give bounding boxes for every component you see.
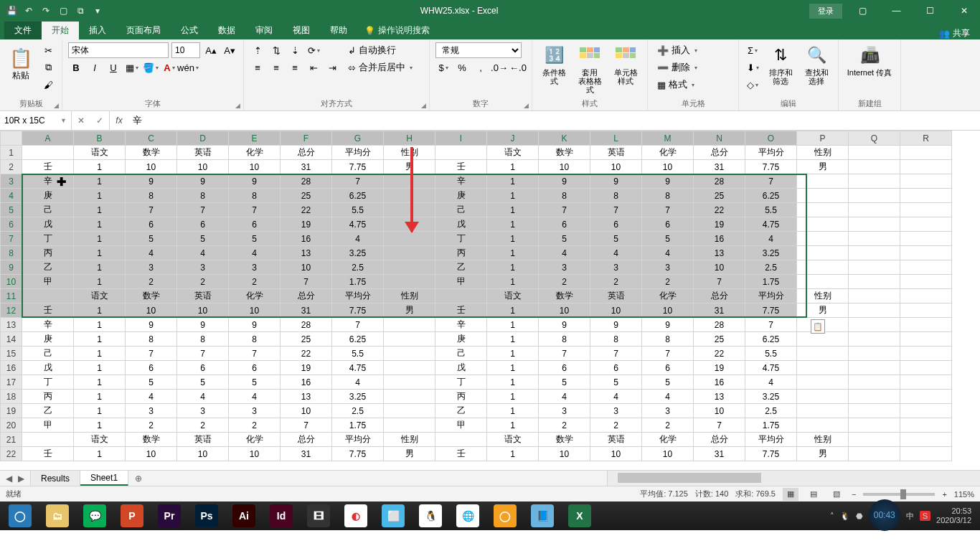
cell[interactable]: 28 [281, 174, 332, 189]
cell[interactable] [797, 404, 849, 418]
cell[interactable]: 4 [332, 375, 384, 390]
row-header[interactable]: 3 [1, 174, 22, 189]
cell[interactable]: 3 [126, 260, 177, 275]
cell[interactable]: 1 [74, 404, 126, 418]
cell[interactable]: 1 [74, 303, 126, 318]
taskbar-app-excel[interactable]: X [562, 502, 597, 529]
row-header[interactable]: 16 [1, 361, 22, 375]
cell[interactable]: 22 [694, 347, 745, 361]
internet-fax-button[interactable]: 📠Internet 传真 [844, 42, 895, 78]
cell[interactable]: 男 [384, 447, 435, 461]
row-header[interactable]: 17 [1, 375, 22, 390]
cell[interactable]: 9 [177, 318, 229, 332]
tray-sogou-icon[interactable]: S [920, 511, 930, 521]
cell[interactable]: 6.25 [745, 332, 797, 347]
cell[interactable] [384, 246, 435, 260]
cell[interactable] [849, 275, 900, 289]
sheet-tab-results[interactable]: Results [31, 471, 80, 486]
cell[interactable]: 6 [229, 361, 281, 375]
cell[interactable]: 3 [590, 260, 642, 275]
cell[interactable]: 25 [281, 189, 332, 203]
col-header[interactable]: R [900, 131, 952, 146]
col-header[interactable]: L [590, 131, 642, 146]
tab-insert[interactable]: 插入 [79, 22, 116, 39]
col-header[interactable]: C [126, 131, 177, 146]
paste-button[interactable]: 📋 粘贴 [6, 42, 36, 87]
cell[interactable]: 7 [694, 275, 745, 289]
new-file-icon[interactable]: ▢ [57, 5, 69, 17]
cell[interactable]: 5.5 [745, 203, 797, 217]
cell[interactable]: 2 [642, 275, 694, 289]
cell[interactable]: 辛 [435, 318, 487, 332]
cell[interactable]: 16 [281, 232, 332, 246]
cell[interactable]: 英语 [590, 146, 642, 160]
taskbar-app-qq[interactable]: 🐧 [413, 502, 448, 529]
cell[interactable]: 3 [642, 404, 694, 418]
cell[interactable] [797, 390, 849, 404]
cell[interactable]: 3.25 [745, 390, 797, 404]
cell[interactable] [435, 146, 487, 160]
cell[interactable]: 1 [487, 447, 539, 461]
cell[interactable]: 1 [487, 260, 539, 275]
row-header[interactable]: 2 [1, 160, 22, 174]
cell[interactable] [900, 203, 952, 217]
cell[interactable] [849, 246, 900, 260]
cell[interactable]: 男 [797, 160, 849, 174]
cell[interactable]: 13 [281, 390, 332, 404]
cell[interactable]: 8 [126, 332, 177, 347]
taskbar-app-photoshop[interactable]: Ps [189, 502, 224, 529]
cell[interactable]: 戊 [435, 217, 487, 232]
tray-timer[interactable]: 00:43 [869, 499, 900, 531]
cell[interactable]: 化学 [642, 146, 694, 160]
cell[interactable] [384, 174, 435, 189]
cell[interactable]: 6 [539, 217, 590, 232]
cell[interactable]: 2.5 [332, 404, 384, 418]
cell[interactable] [384, 260, 435, 275]
dialog-launcher-icon[interactable]: ◢ [421, 102, 426, 109]
cell[interactable]: 10 [229, 303, 281, 318]
cell[interactable] [900, 289, 952, 303]
cell[interactable]: 2 [126, 275, 177, 289]
cell[interactable]: 辛 [22, 174, 74, 189]
cell[interactable] [849, 418, 900, 433]
cell[interactable] [384, 347, 435, 361]
cell[interactable]: 语文 [74, 146, 126, 160]
cell[interactable]: 壬 [22, 303, 74, 318]
cell[interactable]: 甲 [22, 275, 74, 289]
cell[interactable]: 5.5 [745, 347, 797, 361]
cell[interactable]: 7 [642, 203, 694, 217]
insert-cells-button[interactable]: ➕插入 [654, 42, 732, 58]
cell[interactable]: 7 [590, 203, 642, 217]
cell[interactable] [384, 232, 435, 246]
tab-formulas[interactable]: 公式 [171, 22, 208, 39]
cell[interactable]: 数学 [126, 433, 177, 447]
cell[interactable]: 1.75 [332, 418, 384, 433]
tray-ime-icon[interactable]: 中 [906, 511, 914, 522]
cell[interactable]: 9 [539, 174, 590, 189]
cell[interactable] [849, 160, 900, 174]
cell[interactable]: 16 [694, 375, 745, 390]
cell[interactable] [900, 275, 952, 289]
cell[interactable] [22, 289, 74, 303]
col-header[interactable]: N [694, 131, 745, 146]
cell[interactable]: 9 [126, 174, 177, 189]
cell[interactable]: 7 [745, 174, 797, 189]
cell[interactable]: 1 [487, 361, 539, 375]
cell[interactable]: 9 [642, 174, 694, 189]
cell[interactable]: 男 [797, 303, 849, 318]
cell[interactable]: 5 [642, 375, 694, 390]
cell[interactable]: 4 [642, 246, 694, 260]
cell[interactable]: 8 [126, 189, 177, 203]
cell[interactable]: 总分 [281, 146, 332, 160]
taskbar-app-misc1[interactable]: ◐ [339, 502, 373, 529]
cell[interactable]: 5 [229, 375, 281, 390]
cell[interactable]: 平均分 [745, 146, 797, 160]
cell[interactable]: 22 [694, 203, 745, 217]
cell[interactable]: 6 [126, 217, 177, 232]
cell[interactable]: 丁 [22, 232, 74, 246]
cell[interactable]: 9 [539, 318, 590, 332]
font-color-button[interactable]: A [161, 60, 177, 75]
cell[interactable]: 丙 [435, 390, 487, 404]
cell[interactable]: 13 [694, 246, 745, 260]
tab-data[interactable]: 数据 [208, 22, 245, 39]
